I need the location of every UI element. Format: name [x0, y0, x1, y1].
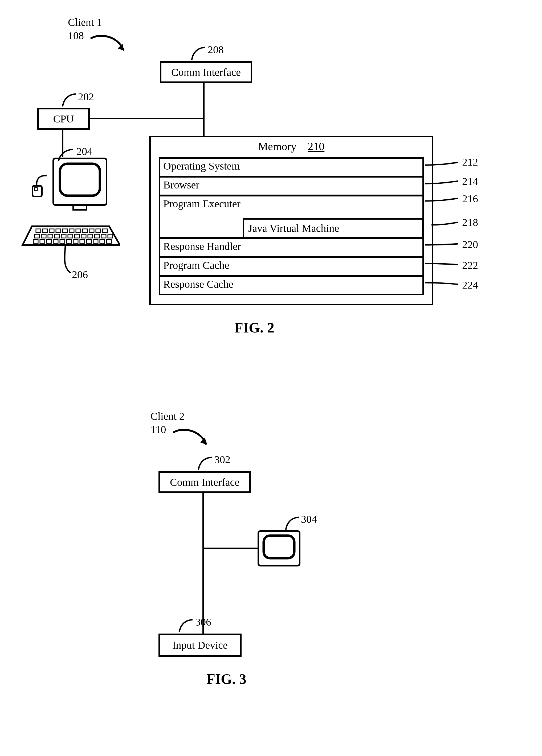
- fig3-monitor-icon: [257, 530, 302, 572]
- fig3-monitor-ref: 304: [301, 513, 317, 525]
- fig3-bus-lines: [0, 0, 542, 756]
- fig3-input-ref: 306: [195, 616, 211, 628]
- fig3-input-label: Input Device: [172, 639, 228, 651]
- svg-rect-49: [264, 536, 294, 558]
- fig3-input-box: Input Device: [158, 634, 241, 657]
- fig3-caption: FIG. 3: [206, 671, 246, 687]
